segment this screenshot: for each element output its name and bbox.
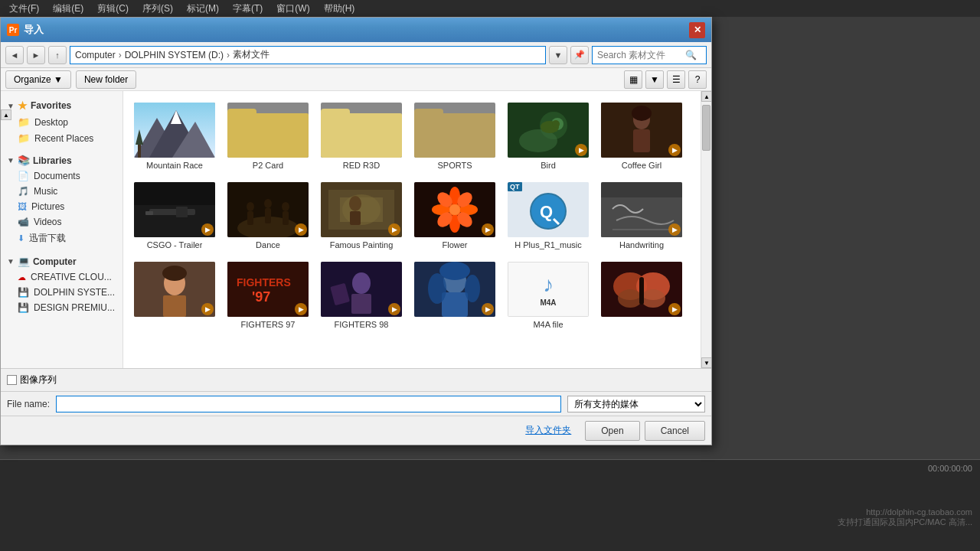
new-folder-button[interactable]: New folder — [76, 70, 136, 89]
svg-point-77 — [618, 289, 642, 308]
music-label: Music — [34, 186, 57, 197]
flower-overlay: ▶ — [482, 223, 494, 236]
sidebar-section-favorites: ▼ ★ Favorites 📁 Desktop 📁 Recent Places — [1, 97, 122, 146]
sidebar-header-favorites[interactable]: ▼ ★ Favorites — [1, 97, 122, 114]
dance-label: Dance — [256, 240, 280, 249]
menu-mark[interactable]: 标记(M) — [181, 1, 225, 17]
sidebar-scroll-top[interactable]: ▲ — [1, 109, 11, 120]
view-icons-button[interactable]: ▦ — [624, 70, 642, 89]
cancel-button[interactable]: Cancel — [645, 421, 705, 441]
list-item[interactable]: FIGHTERS '97 ▶ FIGHTERS 97 — [223, 256, 313, 333]
menu-font[interactable]: 字幕(T) — [227, 1, 269, 17]
image-sequence-label: 图像序列 — [20, 373, 57, 386]
list-item[interactable]: QT Q H Plus_R1_music — [503, 177, 593, 253]
list-item[interactable]: ▶ — [596, 256, 687, 333]
list-item[interactable]: ▶ CSGO - Trailer — [129, 177, 220, 253]
computer-label: Computer — [33, 256, 77, 267]
close-button[interactable]: ✕ — [689, 22, 705, 38]
svg-point-72 — [428, 273, 446, 304]
image-sequence-checkbox-container[interactable]: 图像序列 — [7, 373, 57, 386]
filename-input[interactable] — [56, 396, 561, 412]
view-details-button[interactable]: ☰ — [667, 70, 685, 89]
watermark: http://dolphin-cg.taobao.com 支持打通国际及国内PC… — [838, 507, 972, 528]
sidebar-item-design[interactable]: 💾 DESIGN PREMIU... — [1, 300, 122, 315]
list-item[interactable]: ▶ — [129, 256, 220, 333]
import-folder-button[interactable]: 导入文件夹 — [516, 421, 580, 441]
up-button[interactable]: ↑ — [48, 46, 67, 64]
sidebar-item-videos[interactable]: 📹 Videos — [1, 214, 122, 230]
menu-sequence[interactable]: 序列(S) — [136, 1, 179, 17]
sidebar-item-dolphin[interactable]: 💾 DOLPHIN SYSTE... — [1, 285, 122, 300]
list-item[interactable]: ♪ M4A M4A file — [503, 256, 593, 333]
list-item[interactable]: Mountain Race — [129, 97, 220, 174]
filetype-select[interactable]: 所有支持的媒体 — [567, 396, 705, 412]
path-dropdown-button[interactable]: ▼ — [549, 46, 567, 64]
help-button[interactable]: ? — [688, 70, 707, 89]
music-icon: 🎵 — [18, 186, 29, 197]
menu-window[interactable]: 窗口(W) — [270, 1, 315, 17]
sidebar-item-pictures[interactable]: 🖼 Pictures — [1, 199, 122, 214]
animegirl-overlay: ▶ — [482, 303, 494, 315]
list-item[interactable]: ▶ Dance — [223, 177, 313, 253]
m4a-music-icon: ♪ — [543, 272, 554, 297]
sidebar-item-desktop[interactable]: 📁 Desktop — [1, 114, 122, 130]
cancel-label: Cancel — [661, 425, 689, 436]
fighters97-overlay: ▶ — [295, 303, 307, 315]
svg-point-28 — [264, 199, 272, 208]
redr3d-label: RED R3D — [343, 161, 380, 170]
svg-point-78 — [641, 289, 665, 308]
list-item[interactable]: P2 Card — [223, 97, 313, 174]
sidebar-item-recent-places[interactable]: 📁 Recent Places — [1, 130, 122, 146]
menu-clip[interactable]: 剪辑(C) — [91, 1, 135, 17]
svg-rect-21 — [149, 209, 195, 215]
sidebar-header-libraries[interactable]: ▼ 📚 Libraries — [1, 152, 122, 168]
address-path[interactable]: Computer › DOLPHIN SYSTEM (D:) › 素材文件 — [70, 46, 546, 64]
list-item[interactable]: ▶ FIGHTERS 98 — [316, 256, 407, 333]
flower-label: Flower — [442, 240, 467, 249]
row4-1-thumb: ▶ — [134, 262, 215, 317]
refresh-button[interactable]: 📌 — [570, 46, 589, 64]
list-item[interactable]: RED R3D — [316, 97, 407, 174]
list-item[interactable]: ▶ Bird — [503, 97, 593, 174]
creative-cloud-label: CREATIVE CLOU... — [31, 272, 112, 282]
forward-button[interactable]: ► — [27, 46, 45, 64]
import-dialog: Pr 导入 ✕ ◄ ► ↑ Computer › DOLPHIN SYSTEM … — [0, 17, 712, 445]
open-button[interactable]: Open — [585, 421, 639, 441]
list-item[interactable]: ▶ Coffee Girl — [596, 97, 687, 174]
menu-edit[interactable]: 编辑(E) — [47, 1, 90, 17]
scroll-up-button[interactable]: ▲ — [701, 91, 711, 102]
image-sequence-checkbox[interactable] — [7, 375, 17, 385]
list-item[interactable]: SPORTS — [410, 97, 500, 174]
sidebar-section-libraries: ▼ 📚 Libraries 📄 Documents 🎵 Music 🖼 Pict… — [1, 152, 122, 247]
dolphin-drive-icon: 💾 — [18, 287, 29, 298]
svg-rect-31 — [283, 211, 289, 225]
search-input[interactable] — [597, 50, 685, 60]
organize-button[interactable]: Organize ▼ — [5, 70, 71, 89]
bird-thumb: ▶ — [508, 103, 589, 158]
sidebar-item-music[interactable]: 🎵 Music — [1, 184, 122, 199]
svg-text:'97: '97 — [252, 289, 270, 305]
list-item[interactable]: ▶ Famous Painting — [316, 177, 407, 253]
scroll-thumb[interactable] — [702, 105, 710, 151]
menu-help[interactable]: 帮助(H) — [318, 1, 361, 17]
filename-bar: File name: 所有支持的媒体 — [1, 391, 711, 416]
back-button[interactable]: ◄ — [5, 46, 24, 64]
fighters97-thumb: FIGHTERS '97 ▶ — [227, 262, 309, 317]
menu-file[interactable]: 文件(F) — [3, 1, 45, 17]
list-item[interactable]: ▶ — [410, 256, 500, 333]
recent-folder-icon: 📁 — [18, 132, 30, 144]
list-item[interactable]: ▶ Handwriting — [596, 177, 687, 253]
list-item[interactable]: ▶ Flower — [410, 177, 500, 253]
sidebar-item-creative-cloud[interactable]: ☁ CREATIVE CLOU... — [1, 269, 122, 285]
handwriting-thumb: ▶ — [601, 182, 682, 237]
coffeegirl-overlay: ▶ — [668, 144, 681, 156]
import-folder-label: 导入文件夹 — [525, 425, 571, 435]
view-dropdown-button[interactable]: ▼ — [645, 70, 664, 89]
sidebar-item-downloads[interactable]: ⬇ 迅雷下载 — [1, 230, 122, 247]
scroll-down-button[interactable]: ▼ — [701, 357, 711, 368]
sidebar-item-documents[interactable]: 📄 Documents — [1, 168, 122, 184]
svg-rect-35 — [340, 197, 383, 222]
p2card-label: P2 Card — [253, 161, 283, 170]
m4a-label: M4A file — [533, 320, 563, 329]
sidebar-header-computer[interactable]: ▼ 💻 Computer — [1, 253, 122, 269]
